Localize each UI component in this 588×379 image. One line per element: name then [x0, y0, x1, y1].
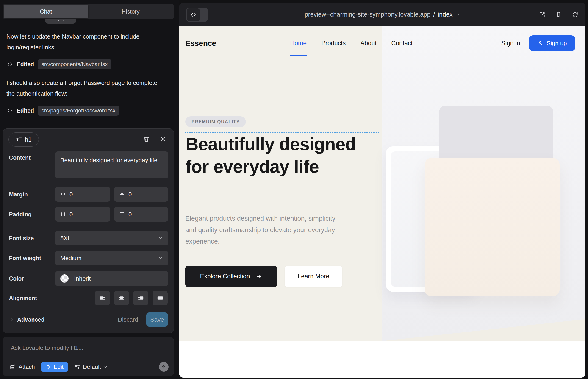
learn-more-button[interactable]: Learn More: [285, 266, 342, 287]
crosshair-icon: [46, 364, 51, 370]
margin-x-input[interactable]: 0: [55, 187, 110, 202]
sign-up-label: Sign up: [546, 40, 567, 47]
nav-link-about[interactable]: About: [360, 40, 377, 47]
font-size-value: 5XL: [60, 235, 71, 242]
advanced-toggle[interactable]: Advanced: [10, 316, 45, 323]
edit-mode-button[interactable]: Edit: [41, 362, 68, 372]
lovable-chat-panel: Chat History Now let's update the Navbar…: [0, 0, 179, 379]
chevron-right-icon: [10, 317, 15, 322]
composer-input[interactable]: Ask Lovable to modify H1...: [11, 344, 83, 351]
edit-label: Edit: [54, 364, 63, 370]
refresh-icon[interactable]: [572, 11, 579, 18]
open-in-new-tab-icon[interactable]: [539, 11, 546, 18]
preview-browser-window: preview--charming-site-symphony.lovable.…: [179, 3, 586, 378]
edited-label: Edited: [16, 107, 34, 114]
mobile-preview-icon[interactable]: [555, 11, 562, 18]
arrow-right-icon: [256, 273, 262, 280]
font-weight-label: Font weight: [9, 255, 41, 262]
selected-element-tag: h1: [25, 136, 32, 143]
chevron-down-icon: [455, 12, 460, 17]
close-icon: [160, 136, 167, 142]
code-preview-toggle[interactable]: [186, 8, 208, 22]
save-button[interactable]: Save: [146, 313, 168, 327]
color-label: Color: [9, 275, 24, 282]
sliders-icon: [74, 364, 80, 370]
align-justify-icon: [157, 295, 164, 301]
align-justify-button[interactable]: [153, 291, 168, 305]
color-select[interactable]: Inherit: [55, 271, 168, 286]
attach-image-icon: [10, 364, 16, 370]
model-mode-select[interactable]: Default: [74, 364, 108, 370]
nav-auth: Sign in Sign up: [501, 35, 575, 51]
sign-up-button[interactable]: Sign up: [529, 35, 575, 51]
site-logo[interactable]: Essence: [185, 39, 216, 48]
edited-file-chip[interactable]: src/components/Navbar.tsx: [38, 59, 111, 69]
align-right-button[interactable]: [133, 291, 148, 305]
send-button[interactable]: [159, 362, 169, 372]
explore-collection-button[interactable]: Explore Collection: [185, 266, 277, 287]
margin-y-value: 0: [128, 191, 132, 198]
tab-chat[interactable]: Chat: [4, 5, 88, 18]
mode-label: Default: [83, 364, 101, 370]
url-page-select[interactable]: index: [438, 11, 453, 18]
alignment-options: [95, 291, 168, 305]
panel-tabs: Chat History: [3, 4, 174, 19]
trash-icon: [143, 136, 150, 142]
align-right-icon: [137, 295, 144, 301]
margin-y-input[interactable]: 0: [114, 187, 168, 202]
padding-x-value: 0: [69, 211, 73, 218]
discard-button[interactable]: Discard: [118, 316, 138, 323]
align-left-button[interactable]: [95, 291, 110, 305]
editor-footer: Advanced Discard Save: [10, 312, 168, 327]
color-swatch-transparent: [60, 274, 69, 283]
nav-link-home[interactable]: Home: [290, 40, 307, 47]
url-separator: /: [433, 11, 435, 18]
type-icon: [16, 136, 22, 143]
attach-button[interactable]: Attach: [10, 364, 35, 370]
padding-x-input[interactable]: 0: [55, 207, 110, 222]
font-weight-select[interactable]: Medium: [55, 251, 168, 266]
edited-file-row: Edited src/pages/ForgotPassword.tsx: [7, 106, 119, 116]
font-size-select[interactable]: 5XL: [55, 231, 168, 245]
url-bar[interactable]: preview--charming-site-symphony.lovable.…: [305, 3, 460, 26]
hero-description: Elegant products designed with intention…: [185, 213, 346, 247]
padding-y-input[interactable]: 0: [114, 207, 168, 222]
align-center-icon: [118, 295, 125, 301]
margin-vertical-icon: [119, 191, 125, 197]
chevron-down-icon: [158, 236, 163, 241]
element-style-editor: h1 Content Beautifully designed for ever…: [3, 128, 174, 333]
margin-label: Margin: [9, 191, 28, 198]
content-input[interactable]: Beautifully designed for everyday life: [55, 151, 168, 178]
attach-label: Attach: [19, 364, 35, 370]
edited-file-chip[interactable]: src/pages/ForgotPassword.tsx: [38, 106, 119, 116]
close-editor-button[interactable]: [159, 135, 167, 143]
sign-in-link[interactable]: Sign in: [501, 40, 520, 47]
site-nav-links: Home Products About Contact: [290, 26, 413, 60]
padding-vertical-icon: [119, 211, 125, 217]
chat-composer[interactable]: Ask Lovable to modify H1... Attach Edit …: [3, 337, 174, 376]
hero-heading[interactable]: Beautifully designed for everyday life: [186, 133, 357, 178]
site-navbar: Essence Home Products About Contact Sign…: [179, 26, 586, 60]
nav-link-contact[interactable]: Contact: [391, 40, 413, 47]
selected-h1-outline[interactable]: Beautifully designed for everyday life: [185, 132, 379, 202]
tab-history[interactable]: History: [88, 5, 173, 18]
delete-element-button[interactable]: [142, 135, 150, 143]
padding-label: Padding: [9, 211, 32, 218]
code-icon: [7, 108, 13, 113]
browser-chrome: preview--charming-site-symphony.lovable.…: [179, 3, 586, 26]
color-value: Inherit: [74, 275, 91, 282]
edited-label: Edited: [16, 61, 34, 68]
margin-horizontal-icon: [60, 191, 66, 197]
nav-link-products[interactable]: Products: [321, 40, 346, 47]
advanced-label: Advanced: [17, 316, 45, 323]
hero-badge: PREMIUM QUALITY: [185, 116, 246, 127]
align-center-button[interactable]: [114, 291, 129, 305]
code-icon: [190, 12, 196, 18]
margin-x-value: 0: [69, 191, 73, 198]
edited-file-row: Edited src/components/Navbar.tsx: [7, 59, 111, 69]
hero-cta-row: Explore Collection Learn More: [185, 266, 342, 287]
code-view-segment[interactable]: [187, 8, 200, 21]
chevron-down-icon: [103, 364, 108, 369]
site-viewport: Essence Home Products About Contact Sign…: [179, 26, 586, 378]
align-left-icon: [99, 295, 106, 301]
